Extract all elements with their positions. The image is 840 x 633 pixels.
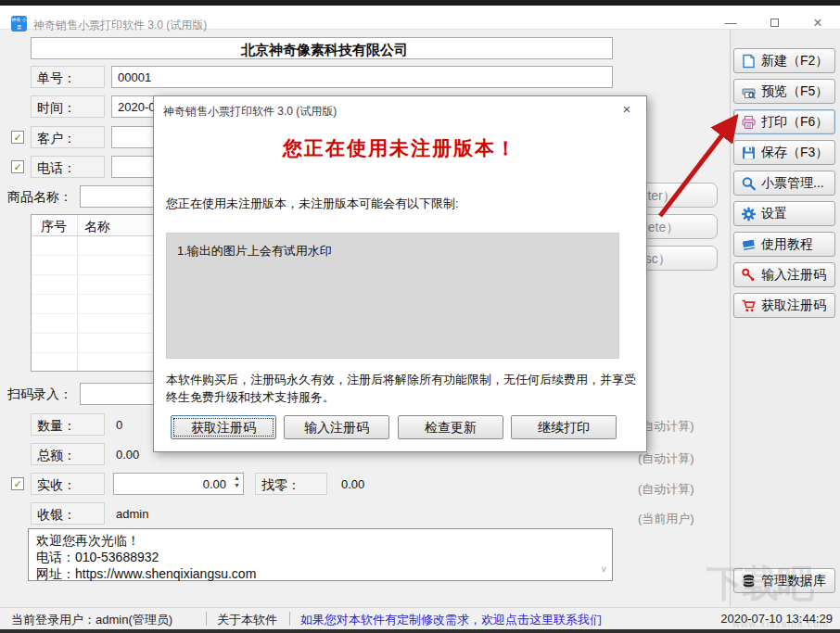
- limitation-item: 1.输出的图片上会有试用水印: [177, 244, 332, 258]
- limitation-listbox: 1.输出的图片上会有试用水印: [166, 233, 619, 359]
- change-label: 找零：: [255, 473, 327, 495]
- preview-button-label: 预览（F5）: [761, 83, 828, 100]
- order-no-label: 单号：: [31, 66, 105, 88]
- total-auto-note: (自动计算): [638, 450, 694, 467]
- product-name-label: 商品名称：: [7, 189, 72, 206]
- stepper-up-icon[interactable]: ▲: [234, 475, 240, 482]
- order-no-input[interactable]: 00001: [111, 66, 613, 88]
- received-input[interactable]: 0.00: [113, 473, 244, 495]
- search-icon: [741, 176, 757, 191]
- change-value: 0.00: [341, 477, 364, 491]
- col-header-index: 序号: [41, 219, 67, 235]
- app-window: 神奇 小票 神奇销售小票打印软件 3.0 (试用版) — × 北京神奇像素科技有…: [0, 0, 840, 633]
- window-title: 神奇销售小票打印软件 3.0 (试用版): [33, 18, 207, 33]
- statusbar-datetime: 2020-07-10 13:44:29: [720, 612, 833, 626]
- welcome-line-1: 欢迎您再次光临！: [36, 532, 605, 549]
- receipt-manager-button[interactable]: 小票管理...: [733, 171, 835, 196]
- total-value: 0.00: [116, 448, 139, 462]
- tutorial-button[interactable]: 使用教程: [733, 232, 835, 257]
- quantity-label: 数量：: [31, 413, 105, 436]
- receipt-manager-button-label: 小票管理...: [761, 175, 824, 192]
- cashier-current-user-note: (当前用户): [638, 511, 694, 527]
- quantity-value: 0: [116, 418, 122, 432]
- print-button-label: 打印（F6）: [761, 114, 828, 131]
- new-button[interactable]: 新建（F2）: [733, 48, 835, 73]
- print-button[interactable]: 打印（F6）: [733, 109, 835, 134]
- received-stepper[interactable]: ▲▼: [232, 475, 242, 489]
- received-checkbox[interactable]: ✓: [11, 477, 24, 490]
- settings-button[interactable]: 设置: [733, 201, 835, 226]
- dialog-title: 神奇销售小票打印软件 3.0 (试用版): [163, 104, 337, 120]
- database-icon: [741, 574, 757, 589]
- cashier-label: 收银：: [31, 502, 105, 525]
- received-label: 实收：: [31, 473, 105, 495]
- book-icon: [741, 237, 757, 252]
- dialog-purchase-text: 本软件购买后，注册码永久有效，注册后将解除所有功能限制，无任何后续费用，并享受终…: [166, 371, 637, 406]
- welcome-line-3: 网址：https://www.shenqixiangsu.com: [36, 565, 605, 582]
- company-name-input[interactable]: 北京神奇像素科技有限公司: [31, 37, 613, 59]
- continue-print-button[interactable]: 继续打印: [511, 415, 617, 439]
- total-label: 总额：: [31, 443, 105, 465]
- welcome-message-box[interactable]: 欢迎您再次光临！ 电话：010-53688932 网址：https://www.…: [28, 528, 613, 581]
- statusbar: 当前登录用户：admin(管理员) 关于本软件 如果您对本软件有定制修改需求，欢…: [0, 607, 840, 629]
- key-icon: [741, 268, 757, 283]
- enter-license-button[interactable]: 输入注册码: [733, 262, 835, 287]
- preview-icon: [741, 84, 757, 99]
- manage-database-button-label: 管理数据库: [761, 573, 826, 589]
- statusbar-divider: [289, 612, 290, 626]
- get-license-dialog-button[interactable]: 获取注册码: [171, 415, 276, 439]
- tutorial-button-label: 使用教程: [761, 236, 813, 253]
- gear-icon: [741, 207, 757, 222]
- manage-database-button[interactable]: 管理数据库: [733, 568, 835, 593]
- time-label: 时间：: [31, 95, 105, 118]
- current-user-status: 当前登录用户：admin(管理员): [11, 612, 172, 628]
- col-header-name: 名称: [84, 219, 110, 235]
- dialog-heading: 您正在使用未注册版本！: [154, 135, 646, 161]
- dialog-intro-text: 您正在使用未注册版本，未注册版本可能会有以下限制:: [166, 196, 459, 212]
- maximize-icon: [770, 19, 779, 27]
- stepper-down-icon[interactable]: ▼: [234, 482, 240, 489]
- cashier-value: admin: [116, 507, 148, 521]
- enter-license-button-label: 输入注册码: [761, 267, 826, 284]
- scan-input-label: 扫码录入：: [7, 386, 72, 403]
- trial-dialog: 神奇销售小票打印软件 3.0 (试用版) × 您正在使用未注册版本！ 您正在使用…: [153, 95, 647, 452]
- statusbar-divider: [206, 612, 207, 626]
- save-button-label: 保存（F3）: [761, 145, 828, 161]
- customer-label: 客户：: [31, 126, 105, 148]
- phone-checkbox[interactable]: ✓: [11, 160, 24, 173]
- welcome-line-2: 电话：010-53688932: [36, 549, 605, 565]
- get-license-button-label: 获取注册码: [761, 298, 826, 314]
- change-auto-note: (自动计算): [638, 481, 694, 498]
- save-icon: [741, 146, 757, 160]
- check-update-button[interactable]: 检查更新: [398, 415, 503, 439]
- preview-button[interactable]: 预览（F5）: [733, 79, 835, 104]
- contact-us-link[interactable]: 如果您对本软件有定制修改需求，欢迎点击这里联系我们: [300, 612, 602, 628]
- about-software-link[interactable]: 关于本软件: [217, 612, 277, 628]
- phone-label: 电话：: [31, 156, 105, 178]
- new-page-icon: [741, 54, 757, 69]
- customer-checkbox[interactable]: ✓: [11, 131, 24, 144]
- sidebar: 新建（F2） 预览（F5） 打印（F6） 保存（F3） 小票管理... 设置 使…: [730, 30, 840, 607]
- scroll-down-icon[interactable]: ˅: [601, 562, 606, 578]
- enter-license-dialog-button[interactable]: 输入注册码: [284, 415, 389, 439]
- dialog-close-button[interactable]: ×: [617, 100, 637, 119]
- print-icon: [741, 115, 757, 130]
- new-button-label: 新建（F2）: [761, 53, 828, 70]
- titlebar: 神奇 小票 神奇销售小票打印软件 3.0 (试用版) — ×: [0, 6, 840, 30]
- save-button[interactable]: 保存（F3）: [733, 140, 835, 165]
- settings-button-label: 设置: [761, 206, 787, 222]
- get-license-button[interactable]: 获取注册码: [733, 293, 835, 318]
- cart-icon: [741, 298, 757, 313]
- desktop-edge: [0, 629, 840, 633]
- app-logo-icon: 神奇 小票: [11, 16, 27, 32]
